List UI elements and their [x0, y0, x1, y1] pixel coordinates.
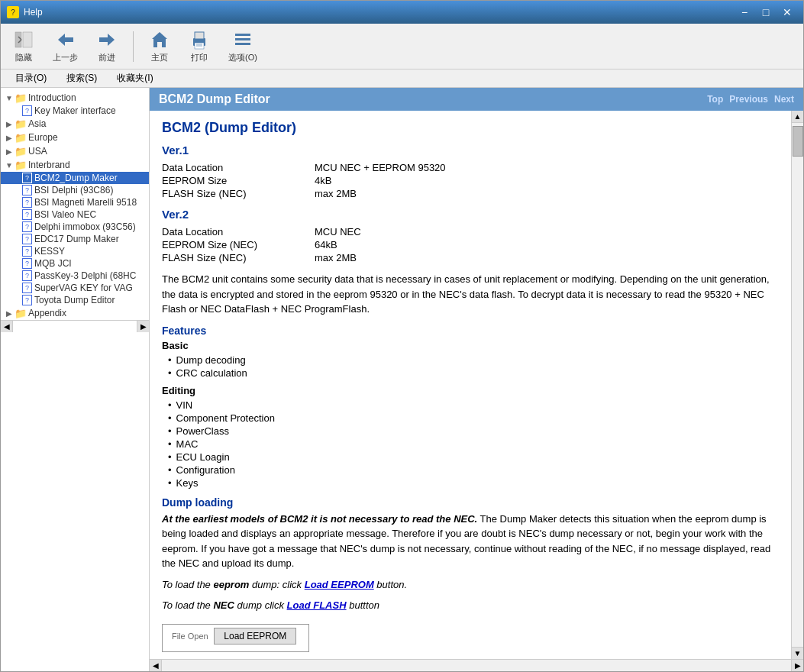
- back-icon: [55, 29, 76, 50]
- bsi-delphi-label: BSI Delphi (93C86): [34, 185, 113, 195]
- bookmarks-tab[interactable]: 收藏夹(I): [108, 69, 161, 87]
- sidebar-item-bsi-magneti[interactable]: ? BSI Magneti Marelli 9518: [1, 196, 149, 208]
- cell-v2-flash-size-label: FLASH Size (NEC): [162, 251, 315, 264]
- page-icon-bsi-magneti: ?: [22, 197, 32, 208]
- bullet-dot: •: [168, 451, 172, 463]
- minimize-button[interactable]: −: [735, 5, 754, 20]
- sidebar-item-europe[interactable]: ▶ 📁 Europe: [1, 131, 149, 144]
- sidebar-item-passkey3[interactable]: ? PassKey-3 Delphi (68HC: [1, 270, 149, 282]
- folder-icon-asia: 📁: [15, 118, 27, 130]
- sidebar-item-introduction[interactable]: ▼ 📁 Introduction: [1, 91, 149, 105]
- toggle-interbrand[interactable]: ▼: [4, 160, 15, 170]
- forward-label: 前进: [98, 52, 115, 63]
- cell-v2-data-location-label: Data Location: [162, 225, 315, 238]
- sidebar-item-bcm2[interactable]: ? BCM2_Dump Maker: [1, 172, 149, 184]
- dump-loading-nec-text: NEC: [213, 599, 234, 611]
- cell-flash-size-label: FLASH Size (NEC): [162, 187, 315, 200]
- forward-icon: [96, 29, 118, 50]
- page-icon-passkey3: ?: [22, 270, 32, 281]
- sidebar-item-mqb-jci[interactable]: ? MQB JCI: [1, 257, 149, 270]
- scroll-thumb[interactable]: [793, 126, 803, 157]
- load-eeprom-button[interactable]: Load EEPROM: [214, 628, 296, 645]
- search-tab[interactable]: 搜索(S): [58, 69, 105, 87]
- scroll-down-arrow[interactable]: ▼: [792, 647, 803, 659]
- page-icon-key-maker: ?: [22, 105, 32, 116]
- sidebar-item-asia[interactable]: ▶ 📁 Asia: [1, 117, 149, 131]
- page-icon-toyota: ?: [22, 295, 32, 305]
- dump-loading-eeprom-text: eeprom: [213, 579, 249, 590]
- list-item: • VIN: [168, 399, 779, 411]
- folder-icon-interbrand: 📁: [15, 159, 27, 171]
- scroll-track: [792, 123, 803, 647]
- load-flash-link[interactable]: Load FLASH: [287, 599, 347, 611]
- sidebar-item-interbrand[interactable]: ▼ 📁 Interbrand: [1, 158, 149, 172]
- scroll-up-arrow[interactable]: ▲: [792, 111, 803, 123]
- sidebar-item-bsi-delphi[interactable]: ? BSI Delphi (93C86): [1, 184, 149, 196]
- page-icon-bcm2: ?: [22, 173, 32, 183]
- dump-loading-button-text: button.: [376, 579, 407, 590]
- print-icon: [189, 29, 210, 50]
- options-button[interactable]: 选项(O): [222, 26, 263, 66]
- svg-rect-8: [195, 32, 204, 39]
- sidebar-item-usa[interactable]: ▶ 📁 USA: [1, 144, 149, 158]
- sidebar-item-bsi-valeo[interactable]: ? BSI Valeo NEC: [1, 208, 149, 221]
- basic-heading: Basic: [162, 340, 779, 351]
- folder-icon-usa: 📁: [15, 145, 27, 157]
- sidebar-item-key-maker[interactable]: ? Key Maker interface: [1, 105, 149, 117]
- editing-item-4: MAC: [176, 438, 199, 450]
- dump-loading-para1: At the earliest models of BCM2 it is not…: [162, 512, 779, 571]
- kessy-label: KESSY: [34, 246, 65, 257]
- content-header: BCM2 Dump Editor Top Previous Next: [150, 88, 803, 111]
- options-label: 选项(O): [228, 52, 257, 63]
- back-button[interactable]: 上一步: [47, 26, 84, 66]
- toyota-label: Toyota Dump Editor: [34, 295, 115, 305]
- content-wrapper: BCM2 Dump Editor Top Previous Next BCM2 …: [150, 88, 803, 671]
- back-label: 上一步: [53, 52, 78, 63]
- page-icon-kessy: ?: [22, 246, 32, 257]
- sidebar-item-toyota[interactable]: ? Toyota Dump Editor: [1, 294, 149, 306]
- main-title: BCM2 (Dump Editor): [162, 120, 779, 136]
- mqb-jci-label: MQB JCI: [34, 258, 72, 269]
- cell-data-location-label: Data Location: [162, 161, 315, 174]
- load-eeprom-link[interactable]: Load EEPROM: [305, 579, 374, 590]
- content-body: BCM2 (Dump Editor) Ver.1 Data Location M…: [150, 111, 791, 659]
- toggle-appendix[interactable]: ▶: [4, 308, 15, 318]
- sidebar-item-appendix[interactable]: ▶ 📁 Appendix: [1, 306, 149, 320]
- toggle-europe[interactable]: ▶: [4, 132, 15, 143]
- sidebar-scroll-left[interactable]: ◀: [1, 321, 13, 332]
- editing-heading: Editing: [162, 385, 779, 396]
- dump-loading-bold-part: At the earliest models of BCM2 it is not…: [162, 513, 477, 525]
- next-link[interactable]: Next: [774, 94, 794, 105]
- sidebar-item-delphi-immo[interactable]: ? Delphi immobox (93C56): [1, 221, 149, 233]
- top-link[interactable]: Top: [707, 94, 723, 105]
- scroll-left-arrow[interactable]: ◀: [150, 660, 162, 671]
- previous-link[interactable]: Previous: [729, 94, 768, 105]
- forward-button[interactable]: 前进: [90, 26, 124, 66]
- sidebar-scroll-right[interactable]: ▶: [137, 321, 149, 332]
- cell-eeprom-size-label: EEPROM Size: [162, 174, 315, 187]
- titlebar-left: ? Help: [7, 6, 43, 18]
- basic-list: • Dump decoding • CRC calculation: [168, 354, 779, 379]
- basic-item-1: Dump decoding: [176, 354, 246, 366]
- edc17-label: EDC17 Dump Maker: [34, 234, 119, 244]
- sidebar-item-kessy[interactable]: ? KESSY: [1, 245, 149, 257]
- content-scroll-area: BCM2 (Dump Editor) Ver.1 Data Location M…: [150, 111, 803, 659]
- toggle-usa[interactable]: ▶: [4, 146, 15, 157]
- hide-button[interactable]: 隐藏: [7, 26, 40, 66]
- list-item: • PowerClass: [168, 425, 779, 437]
- sidebar-item-supervag[interactable]: ? SuperVAG KEY for VAG: [1, 282, 149, 294]
- toggle-asia[interactable]: ▶: [4, 118, 15, 129]
- sidebar-scroll-track: [13, 321, 137, 332]
- toggle-introduction[interactable]: ▼: [4, 92, 15, 103]
- list-item: • Component Protection: [168, 412, 779, 424]
- maximize-button[interactable]: □: [756, 5, 776, 20]
- editing-list: • VIN • Component Protection • PowerClas…: [168, 399, 779, 489]
- toc-tab[interactable]: 目录(O): [7, 69, 55, 87]
- close-button[interactable]: ✕: [777, 5, 797, 20]
- bullet-dot: •: [168, 477, 172, 489]
- print-button[interactable]: 打印: [182, 26, 216, 66]
- sidebar-item-edc17[interactable]: ? EDC17 Dump Maker: [1, 233, 149, 245]
- bullet-dot: •: [168, 412, 172, 424]
- scroll-right-arrow[interactable]: ▶: [791, 660, 803, 671]
- home-button[interactable]: 主页: [143, 26, 176, 66]
